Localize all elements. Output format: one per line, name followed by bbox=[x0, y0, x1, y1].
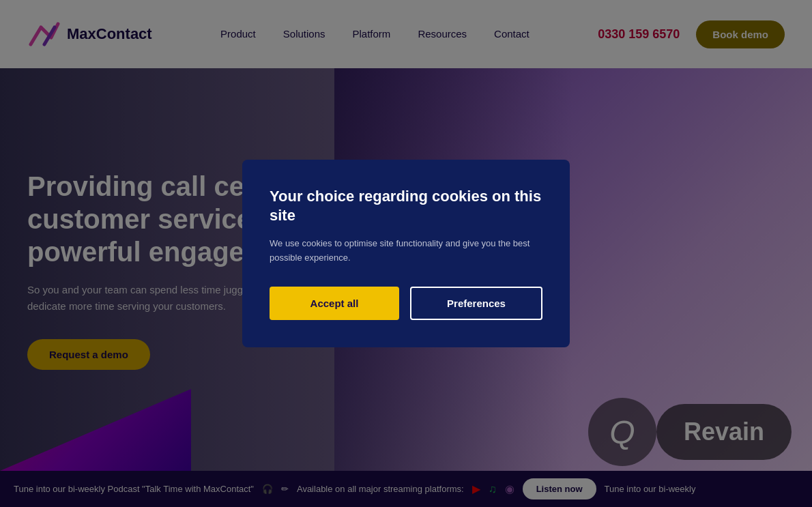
modal-buttons: Accept all Preferences bbox=[270, 287, 542, 320]
page-wrapper: MaxContact Product Solutions Platform Re… bbox=[0, 0, 812, 507]
accept-all-button[interactable]: Accept all bbox=[270, 287, 399, 320]
modal-description: We use cookies to optimise site function… bbox=[270, 237, 542, 265]
modal-title: Your choice regarding cookies on this si… bbox=[270, 187, 542, 226]
preferences-button[interactable]: Preferences bbox=[410, 287, 542, 320]
modal-overlay: Your choice regarding cookies on this si… bbox=[0, 0, 812, 507]
cookie-modal: Your choice regarding cookies on this si… bbox=[242, 160, 570, 348]
